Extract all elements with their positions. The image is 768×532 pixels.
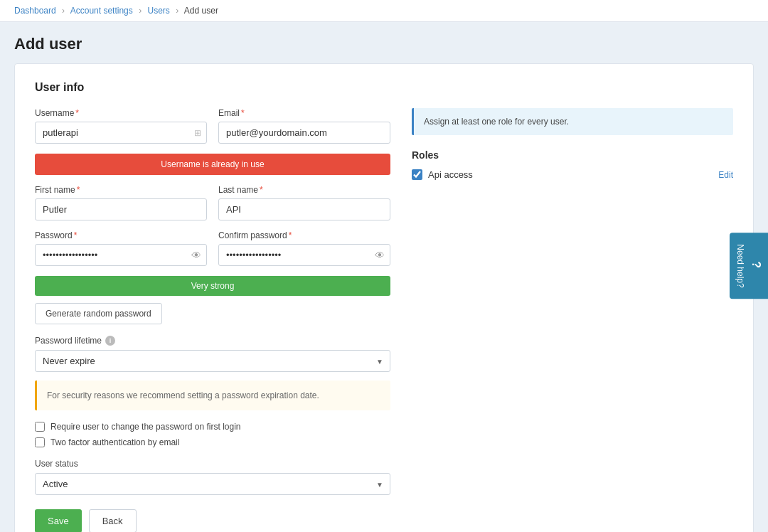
- require-password-change-checkbox[interactable]: [35, 422, 45, 432]
- breadcrumb-current: Add user: [184, 6, 218, 16]
- help-button[interactable]: ? Need help?: [730, 233, 768, 299]
- email-group: Email*: [218, 108, 390, 144]
- username-group: Username* ⊞: [35, 108, 207, 144]
- breadcrumb-users[interactable]: Users: [147, 6, 169, 16]
- breadcrumb-dashboard[interactable]: Dashboard: [14, 6, 56, 16]
- user-status-select-wrapper: Active Inactive ▼: [35, 473, 390, 495]
- confirm-password-eye-icon[interactable]: 👁: [375, 250, 385, 261]
- password-input[interactable]: [35, 244, 207, 266]
- password-row: Password* 👁 Confirm password*: [35, 230, 390, 266]
- form-left: Username* ⊞ Email*: [35, 108, 390, 532]
- password-lifetime-select-wrapper: Never expire 30 days 60 days 90 days 180…: [35, 350, 390, 372]
- confirm-password-input-wrapper: 👁: [218, 244, 390, 266]
- checkbox-group: Require user to change the password on f…: [35, 422, 390, 447]
- password-group: Password* 👁: [35, 230, 207, 266]
- card-title: User info: [35, 81, 733, 94]
- api-access-label: Api access: [428, 169, 473, 180]
- password-strength-bar: Very strong: [35, 276, 390, 296]
- roles-section-title: Roles: [412, 149, 733, 161]
- password-lifetime-select[interactable]: Never expire 30 days 60 days 90 days 180…: [35, 350, 390, 372]
- form-layout: Username* ⊞ Email*: [35, 108, 733, 532]
- password-lifetime-info-icon[interactable]: i: [105, 336, 115, 346]
- email-input[interactable]: [218, 122, 390, 144]
- breadcrumb: Dashboard › Account settings › Users › A…: [0, 0, 768, 22]
- button-row: Save Back: [35, 509, 390, 532]
- require-password-change-label: Require user to change the password on f…: [50, 422, 241, 432]
- username-action-icon[interactable]: ⊞: [194, 128, 201, 138]
- email-label: Email*: [218, 108, 390, 118]
- role-item-left: Api access: [412, 169, 473, 180]
- generate-password-button[interactable]: Generate random password: [35, 303, 162, 324]
- user-info-card: User info Username* ⊞: [14, 63, 754, 532]
- help-question-icon: ?: [750, 261, 762, 268]
- password-warning-box: For security reasons we recommend settin…: [35, 381, 390, 410]
- confirm-password-group: Confirm password* 👁: [218, 230, 390, 266]
- breadcrumb-sep-3: ›: [176, 6, 178, 16]
- username-input[interactable]: [35, 122, 207, 144]
- password-lifetime-label: Password lifetime i: [35, 336, 390, 346]
- password-input-wrapper: 👁: [35, 244, 207, 266]
- api-access-checkbox[interactable]: [412, 169, 422, 180]
- password-label: Password*: [35, 230, 207, 240]
- main-content: User info Username* ⊞: [0, 63, 768, 532]
- save-button[interactable]: Save: [35, 509, 82, 532]
- role-item-api-access: Api access Edit: [412, 169, 733, 180]
- page-title: Add user: [14, 35, 754, 53]
- back-button[interactable]: Back: [89, 509, 137, 532]
- username-email-row: Username* ⊞ Email*: [35, 108, 390, 144]
- two-factor-auth-checkbox[interactable]: [35, 437, 45, 447]
- last-name-input[interactable]: [218, 198, 390, 220]
- breadcrumb-sep-2: ›: [139, 6, 142, 16]
- breadcrumb-sep-1: ›: [62, 6, 65, 16]
- confirm-password-input[interactable]: [218, 244, 390, 266]
- confirm-password-label: Confirm password*: [218, 230, 390, 240]
- first-name-group: First name*: [35, 185, 207, 220]
- last-name-group: Last name*: [218, 185, 390, 220]
- name-row: First name* Last name*: [35, 185, 390, 220]
- user-status-section: User status Active Inactive ▼: [35, 459, 390, 495]
- first-name-label: First name*: [35, 185, 207, 195]
- last-name-label: Last name*: [218, 185, 390, 195]
- role-edit-link[interactable]: Edit: [718, 170, 733, 180]
- password-eye-icon[interactable]: 👁: [191, 250, 201, 261]
- two-factor-auth-checkbox-item[interactable]: Two factor authentication by email: [35, 437, 390, 447]
- roles-info-banner: Assign at least one role for every user.: [412, 108, 733, 135]
- first-name-input[interactable]: [35, 198, 207, 220]
- user-status-label: User status: [35, 459, 390, 469]
- help-label: Need help?: [735, 244, 745, 287]
- page-header: Add user: [0, 22, 768, 63]
- username-label: Username*: [35, 108, 207, 118]
- breadcrumb-account-settings[interactable]: Account settings: [70, 6, 133, 16]
- username-input-wrapper: ⊞: [35, 122, 207, 144]
- username-error-banner: Username is already in use: [35, 154, 390, 175]
- two-factor-auth-label: Two factor authentication by email: [50, 437, 179, 447]
- require-password-change-checkbox-item[interactable]: Require user to change the password on f…: [35, 422, 390, 432]
- form-right: Assign at least one role for every user.…: [412, 108, 733, 532]
- user-status-select[interactable]: Active Inactive: [35, 473, 390, 495]
